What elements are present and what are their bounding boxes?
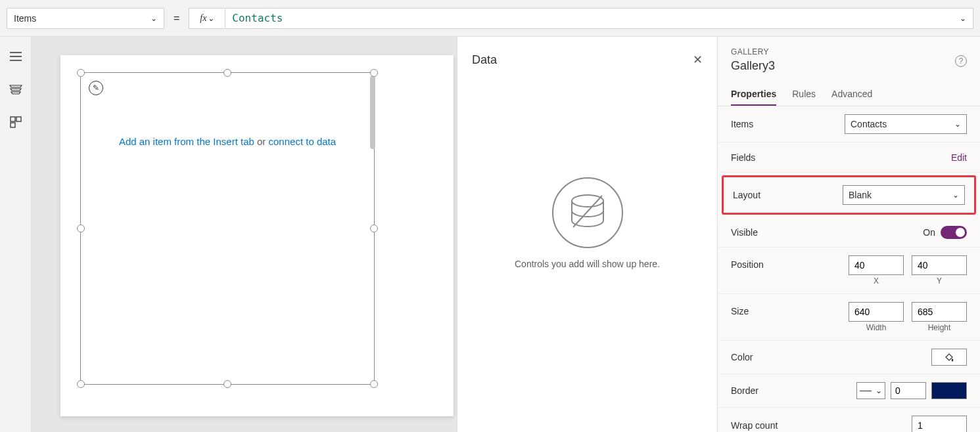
hint-or: or: [257, 136, 266, 147]
prop-position-label: Position: [731, 255, 764, 270]
gallery-hint: Add an item from the Insert tab or conne…: [81, 136, 374, 147]
prop-color-label: Color: [731, 352, 753, 362]
prop-visible-label: Visible: [731, 227, 758, 238]
tree-view-icon[interactable]: [9, 83, 22, 96]
fields-edit-link[interactable]: Edit: [951, 152, 967, 163]
components-icon[interactable]: [9, 116, 22, 129]
paint-bucket-icon: [944, 352, 954, 362]
resize-handle[interactable]: [223, 69, 231, 77]
resize-handle[interactable]: [370, 69, 378, 77]
chevron-down-icon: ⌄: [954, 119, 961, 129]
color-picker[interactable]: [931, 349, 967, 366]
size-width-input[interactable]: [849, 302, 904, 322]
canvas-area[interactable]: ✎ Add an item from the Insert tab or con…: [32, 37, 457, 432]
prop-size: Size Width Height: [718, 294, 980, 341]
position-y-sublabel: Y: [937, 276, 942, 286]
size-width-sublabel: Width: [866, 323, 887, 332]
svg-rect-2: [11, 123, 15, 127]
resize-handle[interactable]: [370, 225, 378, 232]
prop-layout-label: Layout: [733, 190, 760, 200]
svg-rect-1: [16, 117, 21, 121]
prop-layout: Layout Blank ⌄: [722, 175, 976, 215]
prop-size-label: Size: [731, 302, 749, 316]
visible-toggle[interactable]: On: [923, 226, 967, 239]
fx-label: fx: [200, 13, 206, 24]
tab-rules[interactable]: Rules: [792, 83, 816, 106]
resize-handle[interactable]: [223, 380, 231, 388]
data-empty-message: Controls you add will show up here.: [515, 259, 660, 269]
prop-border: Border ⌄: [718, 374, 980, 408]
connect-data-link[interactable]: connect to data: [269, 136, 337, 147]
hamburger-icon[interactable]: [9, 50, 22, 63]
chevron-down-icon: ⌄: [151, 14, 157, 23]
formula-text: Contacts: [232, 12, 283, 24]
prop-fields: Fields Edit: [718, 142, 980, 173]
fx-button[interactable]: fx ⌄: [189, 8, 225, 29]
prop-wrap-count-label: Wrap count: [731, 420, 778, 431]
control-name: Gallery3: [731, 59, 775, 73]
insert-item-link[interactable]: Add an item from the Insert tab: [119, 136, 254, 147]
position-y-input[interactable]: [912, 255, 967, 275]
prop-items: Items Contacts ⌄: [718, 106, 980, 142]
tab-advanced[interactable]: Advanced: [831, 83, 872, 106]
resize-handle[interactable]: [77, 69, 85, 77]
database-empty-icon: [552, 177, 623, 248]
left-rail: [0, 37, 32, 432]
equals-sign: =: [174, 12, 179, 24]
items-selector[interactable]: Contacts ⌄: [845, 114, 967, 134]
position-x-sublabel: X: [874, 276, 879, 286]
canvas-screen[interactable]: ✎ Add an item from the Insert tab or con…: [60, 55, 454, 416]
formula-bar: Items ⌄ = fx ⌄ Contacts ⌄: [0, 0, 980, 37]
svg-point-3: [572, 195, 603, 207]
properties-panel: GALLERY Gallery3 ? Properties Rules Adva…: [717, 37, 980, 432]
visible-value: On: [923, 227, 935, 238]
size-height-sublabel: Height: [928, 323, 951, 332]
border-style-selector[interactable]: ⌄: [856, 382, 885, 399]
data-panel: Data ✕ Controls you add will show up her…: [457, 37, 717, 432]
svg-line-4: [573, 196, 602, 227]
prop-visible: Visible On: [718, 217, 980, 248]
border-color-swatch[interactable]: [931, 382, 967, 399]
toggle-switch[interactable]: [941, 226, 967, 239]
chevron-down-icon: ⌄: [952, 190, 959, 200]
border-width-input[interactable]: [891, 382, 926, 399]
prop-fields-label: Fields: [731, 152, 755, 163]
gallery-control[interactable]: ✎ Add an item from the Insert tab or con…: [80, 72, 375, 385]
resize-handle[interactable]: [77, 380, 85, 388]
property-selector-label: Items: [14, 13, 36, 24]
props-tabs: Properties Rules Advanced: [718, 83, 980, 106]
items-value: Contacts: [851, 119, 887, 129]
prop-color: Color: [718, 341, 980, 374]
size-height-input[interactable]: [912, 302, 967, 322]
data-empty-state: Controls you add will show up here.: [472, 41, 703, 406]
layout-selector[interactable]: Blank ⌄: [843, 185, 965, 205]
layout-value: Blank: [849, 190, 872, 200]
prop-position: Position X Y: [718, 248, 980, 294]
resize-handle[interactable]: [370, 380, 378, 388]
control-type-label: GALLERY: [731, 47, 775, 56]
prop-wrap-count: Wrap count: [718, 408, 980, 432]
property-selector[interactable]: Items ⌄: [7, 8, 164, 29]
chevron-down-icon: ⌄: [875, 386, 882, 395]
tab-properties[interactable]: Properties: [731, 83, 776, 106]
help-icon[interactable]: ?: [955, 55, 967, 67]
prop-border-label: Border: [731, 385, 758, 396]
chevron-down-icon: ⌄: [960, 14, 966, 23]
edit-pencil-icon[interactable]: ✎: [89, 81, 103, 95]
svg-rect-0: [11, 117, 15, 121]
wrap-count-input[interactable]: [912, 416, 967, 432]
chevron-down-icon: ⌄: [208, 14, 214, 23]
resize-handle[interactable]: [77, 225, 85, 232]
prop-items-label: Items: [731, 119, 753, 129]
position-x-input[interactable]: [849, 255, 904, 275]
formula-input[interactable]: Contacts ⌄: [225, 8, 973, 29]
